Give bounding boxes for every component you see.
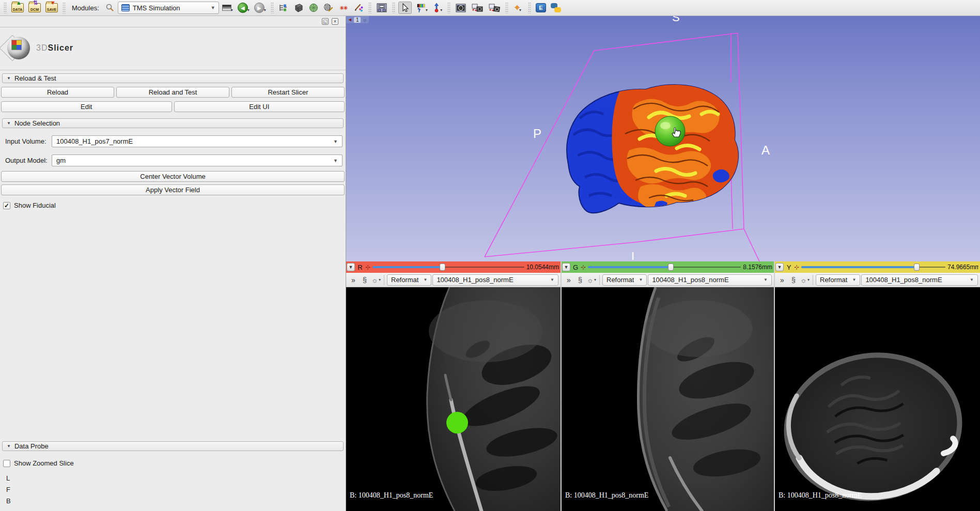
toolbar-grip[interactable] [505, 2, 508, 13]
markups-module-button[interactable]: ✳✳ [337, 2, 350, 14]
3d-view-controller[interactable]: ◄ 1 ☼ [346, 16, 369, 23]
slice-pin-button[interactable]: ▼ [775, 263, 784, 271]
section-reload-and-test[interactable]: ▼ Reload & Test [2, 73, 344, 83]
red-slice-offset: 10.0544mm [526, 264, 559, 271]
python-console-button[interactable] [549, 2, 563, 14]
slice-visibility-button[interactable]: ☼▾ [800, 274, 810, 286]
visibility-sun-icon: ☼ [587, 276, 594, 284]
dicom-icon: ⇅ DCM [28, 3, 41, 12]
screenshot-button[interactable] [454, 2, 468, 14]
edit-ui-button[interactable]: Edit UI [174, 101, 345, 112]
yellow-slice-bar: ▼ Y ⊹ 74.9665mm [775, 261, 980, 273]
models-module-button[interactable] [307, 2, 320, 14]
slider-handle[interactable] [668, 264, 674, 271]
yellow-orientation-selector[interactable]: Reformat ▼ [816, 274, 860, 286]
chevron-down-icon: ▾ [231, 8, 233, 12]
yellow-volume-selector[interactable]: 100408_H1_pos8_normE ▼ [861, 274, 978, 286]
more-options-button[interactable]: » [564, 274, 574, 286]
scene-view-capture-button[interactable] [470, 2, 485, 14]
load-data-label: DATA [13, 7, 22, 12]
forward-arrow-icon: ▶ [254, 3, 265, 13]
reload-and-test-button[interactable]: Reload and Test [116, 87, 229, 98]
green-orientation-selector[interactable]: Reformat ▼ [602, 274, 647, 286]
pointer-cursor-icon [400, 3, 410, 13]
module-forward-button[interactable]: ▶ ▾ [253, 2, 268, 14]
module-search-button[interactable] [103, 2, 116, 14]
load-data-button[interactable]: ▲ DATA [10, 2, 25, 14]
toolbar-grip[interactable] [368, 2, 371, 13]
updown-arrow-icon: ⇅ [33, 0, 38, 5]
more-options-button[interactable]: » [777, 274, 787, 286]
more-options-button[interactable]: » [348, 274, 359, 286]
apply-vector-field-button[interactable]: Apply Vector Field [1, 184, 345, 195]
red-volume-selector[interactable]: 100408_H1_pos8_normE ▼ [432, 274, 558, 286]
python-icon [551, 3, 561, 12]
load-data-icon: ▲ DATA [11, 3, 24, 12]
save-icon: ▼ SAVE [45, 3, 58, 12]
adjust-window-level-button[interactable]: ▾ [413, 2, 429, 14]
volumes-module-button[interactable] [292, 2, 305, 14]
orientation-label-s: S [672, 16, 680, 24]
module-panel: ◱ × 3DSlicer ▼ Reload & Test Reload Relo… [0, 16, 346, 511]
module-selector[interactable]: TMS Simulation ▼ [118, 2, 219, 14]
probe-row-b: B [6, 497, 346, 505]
slice-pin-button[interactable]: ▼ [562, 263, 570, 271]
green-volume-selector[interactable]: 100408_H1_pos8_normE ▼ [648, 274, 772, 286]
red-orientation-selector[interactable]: Reformat ▼ [387, 274, 431, 286]
toolbar-grip[interactable] [528, 2, 531, 13]
slice-visibility-button[interactable]: ☼▾ [371, 274, 381, 286]
show-zoomed-slice-checkbox[interactable] [3, 460, 10, 467]
slice-visibility-button[interactable]: ☼▾ [586, 274, 597, 286]
section-node-selection[interactable]: ▼ Node Selection [2, 118, 344, 128]
main-toolbar: ▲ DATA ⇅ DCM ▼ SAVE Modules: TMS Simulat… [0, 0, 980, 16]
data-module-button[interactable] [277, 2, 290, 14]
modules-label: Modules: [72, 4, 99, 12]
editor-module-button[interactable] [352, 2, 365, 14]
section-title: Reload & Test [14, 74, 56, 82]
transforms-module-button[interactable] [322, 2, 335, 14]
undock-panel-icon[interactable]: ◱ [322, 18, 329, 25]
place-fiducial-button[interactable]: ▾ [431, 2, 444, 14]
input-volume-selector[interactable]: 100408_H1_pos7_normE ▼ [52, 135, 343, 147]
save-button[interactable]: ▼ SAVE [44, 2, 59, 14]
yellow-slice-slider[interactable] [801, 264, 945, 271]
module-history-button[interactable]: ▾ [221, 2, 235, 14]
green-slice-slider[interactable] [588, 264, 741, 271]
restart-slicer-button[interactable]: Restart Slicer [231, 87, 345, 98]
slider-handle[interactable] [914, 264, 920, 271]
green-slice-image[interactable]: B: 100408_H1_pos8_normE [562, 287, 774, 511]
toolbar-grip[interactable] [447, 2, 450, 13]
link-slices-button[interactable]: § [360, 274, 370, 286]
red-slice-image[interactable]: B: 100408_H1_pos8_normE [346, 287, 561, 511]
red-slice-slider[interactable] [372, 264, 524, 271]
edit-button[interactable]: Edit [1, 101, 172, 112]
center-vector-volume-button[interactable]: Center Vector Volume [1, 171, 345, 182]
crosshair-button[interactable]: ⌖ ▾ [511, 2, 525, 14]
save-label: SAVE [47, 7, 57, 12]
red-slice-bar: ▼ R ⊹ 10.0544mm [346, 261, 561, 273]
reload-button[interactable]: Reload [1, 87, 114, 98]
toolbar-grip[interactable] [4, 2, 7, 13]
link-slices-button[interactable]: § [788, 274, 799, 286]
output-model-selector[interactable]: gm ▼ [52, 154, 343, 166]
slice-pin-button[interactable]: ▼ [347, 263, 355, 271]
toolbar-grip[interactable] [271, 2, 274, 13]
dicom-button[interactable]: ⇅ DCM [27, 2, 42, 14]
show-fiducial-checkbox[interactable]: ✓ [3, 202, 10, 209]
slicer-logo-text: 3DSlicer [36, 43, 73, 53]
link-slices-button[interactable]: § [575, 274, 585, 286]
scene-view-restore-button[interactable] [487, 2, 502, 14]
close-panel-icon[interactable]: × [332, 18, 338, 25]
yellow-slice-image[interactable]: B: 100408_H1_pos8_normE [775, 287, 980, 511]
mouse-mode-pointer-button[interactable] [398, 2, 412, 14]
toolbar-grip[interactable] [392, 2, 395, 13]
toolbar-grip[interactable] [63, 2, 66, 13]
extensions-manager-button[interactable]: E [534, 2, 548, 14]
3d-view[interactable]: ◄ 1 ☼ [346, 16, 980, 261]
red-corner-annotation: B: 100408_H1_pos8_normE [350, 491, 433, 500]
layout-selector-button[interactable] [375, 2, 389, 14]
slicer-logo-icon [4, 35, 31, 61]
slider-handle[interactable] [440, 264, 445, 271]
section-data-probe[interactable]: ▼ Data Probe [2, 441, 344, 451]
module-back-button[interactable]: ◀ ▾ [236, 2, 251, 14]
